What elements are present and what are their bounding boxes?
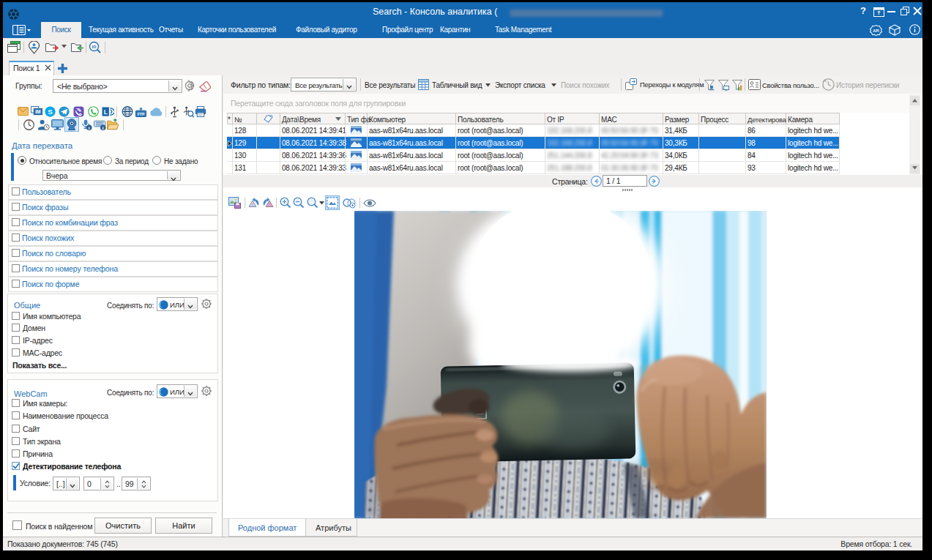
svg-text:S: S <box>48 108 53 116</box>
svg-text:IM: IM <box>35 109 40 114</box>
svg-text:HTTP: HTTP <box>124 110 132 113</box>
svg-text:ID: ID <box>92 45 97 49</box>
svg-text:FTP: FTP <box>138 112 145 116</box>
svg-text:API: API <box>873 29 879 33</box>
svg-text:i: i <box>89 125 90 130</box>
svg-text:L: L <box>104 108 108 116</box>
svg-text:i: i <box>102 125 104 130</box>
